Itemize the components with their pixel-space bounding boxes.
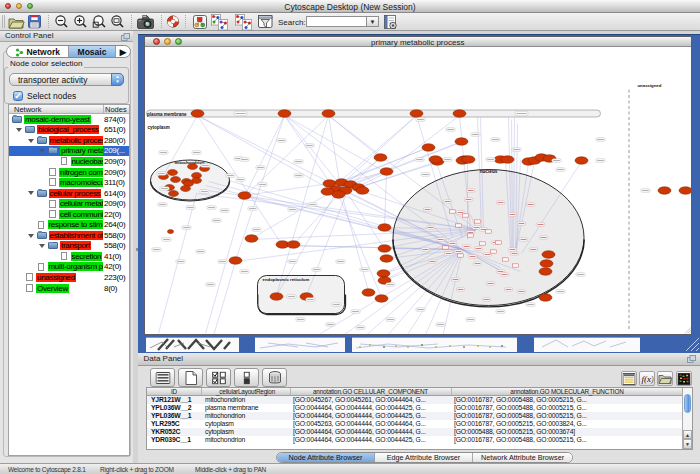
svg-text:cytoplasm: cytoplasm [147, 125, 169, 130]
svg-text:nucleus: nucleus [479, 169, 497, 174]
svg-text:unassigned: unassigned [637, 83, 661, 88]
svg-text:f(x): f(x) [642, 374, 654, 384]
svg-text:endoplasmic reticulum: endoplasmic reticulum [262, 277, 309, 282]
svg-text:plasma membrane: plasma membrane [147, 112, 187, 117]
